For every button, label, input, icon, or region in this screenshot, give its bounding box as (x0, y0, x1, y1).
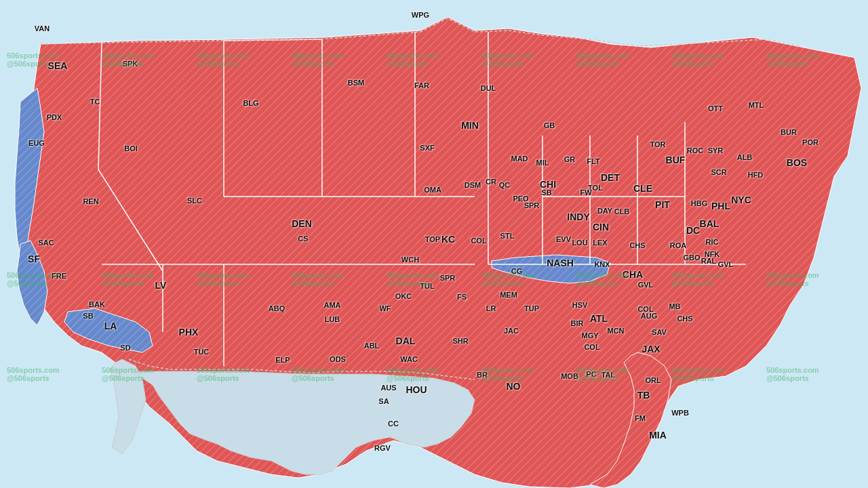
map-svg (0, 0, 868, 488)
map-container: VANWPGOTTMTLBURPORSEASPKTCPDXBLGBSMFARDU… (0, 0, 868, 488)
